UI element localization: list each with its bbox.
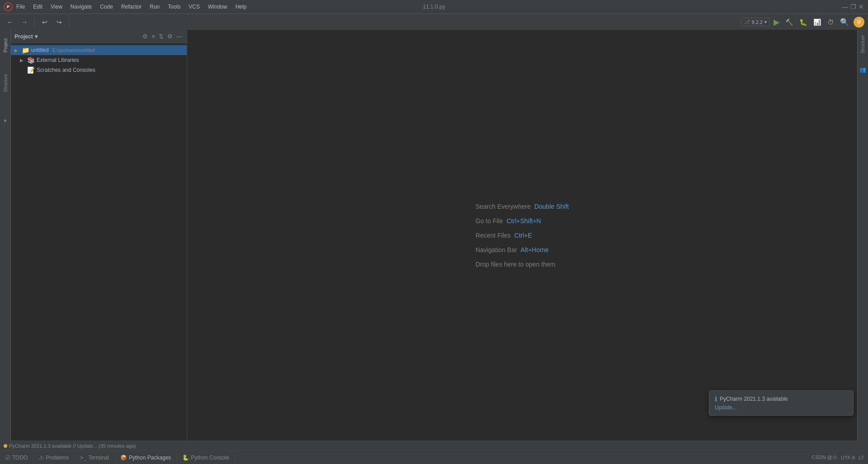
tree-row-external-libs[interactable]: ▶ 📚 External Libraries [11,55,187,65]
vcs-badge[interactable]: ⎇ 9.2.2 ▾ [741,18,770,26]
todo-icon: ☑ [5,455,10,461]
notification-update-link[interactable]: Update... [715,404,737,411]
menu-view[interactable]: View [47,2,66,11]
toolbar: ← → ↩ ↪ ⎇ 9.2.2 ▾ ▶ 🔨 🐛 📊 ⏱ 🔍 U [0,14,868,30]
run-button[interactable]: ▶ [773,16,781,28]
title-bar: P File Edit View Navigate Code Refactor … [0,0,868,14]
python-console-icon: 🐍 [182,455,189,461]
hint-recent-files: Recent Files Ctrl+E [476,232,569,239]
profile-button[interactable]: ⏱ [826,18,835,27]
menu-run[interactable]: Run [146,2,163,11]
notification-popup: ℹ PyCharm 2021.1.3 available Update... [709,390,854,416]
bottom-tabs: ☑ TODO ⚠ Problems >_ Terminal 📦 Python P… [0,451,235,464]
right-sidebar-icon-people[interactable]: 👥 [859,66,866,73]
tree-path-untitled: E:\pycharm\untitled [52,47,95,53]
minimize-button[interactable]: — [842,4,848,10]
search-button[interactable]: 🔍 [838,17,851,27]
tab-python-console[interactable]: 🐍 Python Console [177,451,235,464]
toolbar-right: ⎇ 9.2.2 ▾ ▶ 🔨 🐛 📊 ⏱ 🔍 U [741,16,864,28]
notification-title: ℹ PyCharm 2021.1.3 available [715,395,848,403]
hint-text-search: Search Everywhere [476,203,531,210]
menu-help[interactable]: Help [232,2,250,11]
tab-terminal[interactable]: >_ Terminal [75,451,115,464]
hint-drop-files: Drop files here to open them [476,261,569,268]
tree-row-scratches[interactable]: ▶ 📝 Scratches and Consoles [11,65,187,75]
hint-goto-file: Go to File Ctrl+Shift+N [476,217,569,225]
tab-terminal-label: Terminal [89,455,109,461]
toolbar-forward-button[interactable]: → [18,16,31,28]
project-title-button[interactable]: Project ▾ [14,33,38,40]
hint-search-everywhere: Search Everywhere Double Shift [476,203,569,210]
sidebar-icons: Project Structure ★ [0,30,11,441]
close-button[interactable]: ✕ [858,4,864,10]
right-sidebar-structure[interactable]: Structure [859,32,867,57]
tree-arrow-untitled: ▶ [14,48,20,53]
debug-button[interactable]: 🐛 [797,18,809,27]
terminal-icon: >_ [80,455,86,461]
menu-refactor[interactable]: Refactor [118,2,145,11]
python-packages-icon: 📦 [120,455,127,461]
sidebar-item-structure[interactable]: Structure [1,70,10,97]
coverage-button[interactable]: 📊 [811,18,823,27]
user-avatar[interactable]: U [854,17,864,28]
hint-key-nav: Alt+Home [521,246,549,253]
chevron-down-icon: ▾ [764,19,767,24]
tab-python-packages[interactable]: 📦 Python Packages [115,451,177,464]
toolbar-redo-button[interactable]: ↪ [53,16,66,28]
project-header-icons: ⚙ ≡ ⇅ ⚙ — [142,32,183,41]
toolbar-back-button[interactable]: ← [4,16,16,28]
project-sort-icon[interactable]: ⇅ [158,32,165,41]
hint-key-search: Double Shift [534,203,569,210]
project-collapse-all-icon[interactable]: ≡ [151,32,156,41]
editor-area: Search Everywhere Double Shift Go to Fil… [187,30,857,441]
tab-todo[interactable]: ☑ TODO [0,451,33,464]
editor-hints: Search Everywhere Double Shift Go to Fil… [476,203,569,268]
hint-text-goto: Go to File [476,217,503,225]
sidebar-item-favorites[interactable]: ★ [1,108,10,135]
menu-window[interactable]: Window [204,2,231,11]
project-settings-icon[interactable]: ⚙ [142,32,149,41]
hint-text-drop: Drop files here to open them [476,261,556,268]
bottom-right: CSDN @小 UTF-8 LF [812,454,868,461]
status-message: PyCharm 2021.1.3 available // Update... … [4,443,136,449]
window-controls: — ❐ ✕ [842,4,864,10]
tab-problems-label: Problems [46,455,69,461]
menu-navigate[interactable]: Navigate [67,2,95,11]
menu-edit[interactable]: Edit [29,2,46,11]
app-icon: P [4,2,13,11]
bottom-right-text: CSDN @小 [812,454,837,461]
tab-python-console-label: Python Console [191,455,229,461]
project-gear-icon[interactable]: ⚙ [166,32,174,41]
bottom-encoding: UTF-8 [841,455,855,460]
scratch-icon: 📝 [27,66,35,74]
project-label: Project [14,33,33,40]
project-chevron-icon: ▾ [35,33,38,40]
notification-text: PyCharm 2021.1.3 available [720,396,788,402]
hint-text-recent: Recent Files [476,232,511,239]
tab-todo-label: TODO [12,455,28,461]
project-minimize-icon[interactable]: — [175,32,183,41]
menu-vcs[interactable]: VCS [185,2,203,11]
project-panel: Project ▾ ⚙ ≡ ⇅ ⚙ — ▶ 📁 untitled E:\pych… [11,30,187,441]
build-button[interactable]: 🔨 [783,18,795,27]
window-title: 11.1.0.py [423,4,445,10]
menu-tools[interactable]: Tools [164,2,184,11]
tree-label-untitled: untitled [31,47,49,53]
toolbar-separator [34,18,35,27]
sidebar-item-project[interactable]: Project [1,32,10,59]
maximize-button[interactable]: ❐ [850,4,856,10]
git-icon: ⎇ [744,19,750,25]
tree-row-untitled[interactable]: ▶ 📁 untitled E:\pycharm\untitled [11,45,187,55]
hint-text-nav: Navigation Bar [476,246,517,253]
right-sidebar: Structure 👥 [857,30,868,441]
hint-key-recent: Ctrl+E [514,232,532,239]
folder-icon-untitled: 📁 [22,47,29,54]
tab-problems[interactable]: ⚠ Problems [33,451,75,464]
menu-code[interactable]: Code [96,2,117,11]
problems-icon: ⚠ [39,455,44,461]
menu-file[interactable]: File [13,2,28,11]
toolbar-undo-button[interactable]: ↩ [38,16,51,28]
status-text: PyCharm 2021.1.3 available // Update... … [9,443,136,449]
project-tree: ▶ 📁 untitled E:\pycharm\untitled ▶ 📚 Ext… [11,43,187,441]
info-icon: ℹ [715,395,717,403]
